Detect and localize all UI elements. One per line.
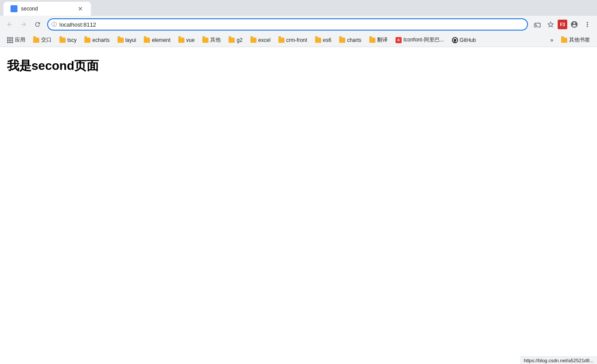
bookmark-star-button[interactable] — [545, 18, 557, 31]
folder-icon — [250, 38, 257, 43]
active-tab[interactable]: second ✕ — [3, 2, 91, 16]
folder-icon — [229, 38, 235, 43]
bookmark-more[interactable]: » — [547, 35, 557, 45]
address-text[interactable]: localhost:8112 — [59, 21, 524, 28]
bookmark-tscy-label: tscy — [67, 37, 76, 43]
bookmark-github[interactable]: GitHub — [448, 35, 479, 45]
lock-icon: ⓘ — [52, 21, 57, 28]
bookmark-layui-label: layui — [125, 37, 136, 43]
bookmark-layui[interactable]: layui — [114, 35, 140, 45]
profile-button[interactable] — [568, 18, 580, 31]
bookmark-qita1[interactable]: 其他 — [199, 35, 224, 45]
page-content: 我是second页面 — [0, 47, 597, 364]
bookmark-es6[interactable]: es6 — [312, 35, 335, 45]
tab-bar: second ✕ — [0, 0, 597, 16]
apps-icon — [7, 37, 13, 43]
bookmark-charts-label: charts — [347, 37, 361, 43]
bookmark-iconfont-label: Iconfont-阿里巴... — [403, 36, 444, 44]
iconfont-icon: A — [396, 37, 402, 43]
bookmark-jiaokou[interactable]: 交口 — [30, 35, 55, 45]
bookmark-charts[interactable]: charts — [336, 35, 365, 45]
toolbar: ⓘ localhost:8112 F3 — [0, 16, 597, 33]
bookmark-crm-front[interactable]: crm-front — [275, 35, 311, 45]
folder-icon — [561, 38, 567, 43]
bookmark-element[interactable]: element — [140, 35, 174, 45]
bookmark-apps-label: 应用 — [15, 36, 25, 44]
bookmark-vue-label: vue — [186, 37, 194, 43]
bookmark-g2-label: g2 — [236, 37, 242, 43]
folder-icon — [315, 38, 321, 43]
bookmark-echarts-label: echarts — [92, 37, 109, 43]
bookmark-excel-label: excel — [258, 37, 271, 43]
folder-icon — [84, 38, 90, 43]
github-icon — [452, 37, 458, 43]
folder-icon — [369, 38, 375, 43]
folder-icon — [339, 38, 345, 43]
bookmarks-bar: 应用 交口 tscy echarts layui element vue 其他 … — [0, 33, 597, 47]
bookmark-fanyi-label: 翻译 — [377, 36, 388, 44]
bookmark-es6-label: es6 — [323, 37, 331, 43]
folder-icon — [33, 38, 39, 43]
toolbar-right: F3 — [531, 18, 594, 31]
extension-icon[interactable]: F3 — [558, 20, 567, 29]
bookmark-apps[interactable]: 应用 — [3, 35, 29, 45]
folder-icon — [178, 38, 184, 43]
tab-close-button[interactable]: ✕ — [77, 5, 84, 12]
reload-button[interactable] — [31, 18, 44, 31]
folder-icon — [118, 38, 124, 43]
folder-icon — [202, 38, 208, 43]
bookmark-jiaokou-label: 交口 — [41, 36, 52, 44]
status-url: https://blog.csdn.net/a52521d8... — [524, 358, 594, 363]
bookmark-more-label: » — [550, 37, 553, 43]
bookmark-vue[interactable]: vue — [175, 35, 198, 45]
bookmark-crm-front-label: crm-front — [286, 37, 307, 43]
folder-icon — [144, 38, 150, 43]
bookmark-fanyi[interactable]: 翻译 — [366, 35, 391, 45]
bookmark-other-label: 其他书签 — [569, 36, 590, 44]
bookmark-echarts[interactable]: echarts — [81, 35, 113, 45]
bookmark-excel[interactable]: excel — [247, 35, 274, 45]
bookmark-github-label: GitHub — [460, 37, 476, 43]
bookmark-element-label: element — [152, 37, 170, 43]
page-heading: 我是second页面 — [7, 58, 590, 74]
cast-button[interactable] — [531, 18, 544, 31]
folder-icon — [59, 38, 66, 43]
bookmark-g2[interactable]: g2 — [225, 35, 246, 45]
menu-button[interactable] — [581, 18, 594, 31]
bookmark-other[interactable]: 其他书签 — [558, 35, 594, 45]
bookmark-qita1-label: 其他 — [210, 36, 221, 44]
back-button[interactable] — [3, 18, 16, 31]
bookmark-tscy[interactable]: tscy — [56, 35, 80, 45]
status-bar: https://blog.csdn.net/a52521d8... — [520, 357, 597, 364]
folder-icon — [278, 38, 285, 43]
bookmark-iconfont[interactable]: A Iconfont-阿里巴... — [392, 35, 448, 45]
tab-title: second — [21, 6, 73, 12]
tab-favicon — [10, 5, 17, 12]
address-bar[interactable]: ⓘ localhost:8112 — [47, 18, 528, 31]
forward-button[interactable] — [17, 18, 30, 31]
